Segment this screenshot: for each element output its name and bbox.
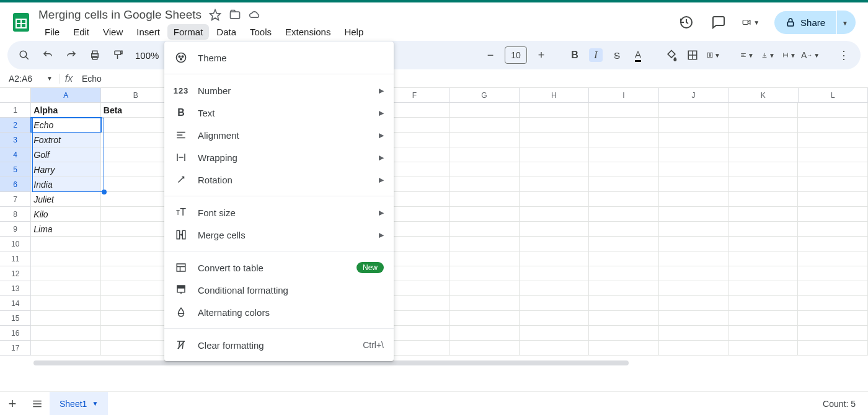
cell[interactable] bbox=[589, 222, 658, 237]
cell[interactable] bbox=[31, 281, 100, 296]
cell[interactable] bbox=[520, 147, 589, 162]
row-header[interactable]: 6 bbox=[0, 177, 31, 192]
row-header[interactable]: 16 bbox=[0, 326, 31, 341]
cell[interactable] bbox=[101, 296, 170, 311]
cell[interactable] bbox=[520, 311, 589, 326]
column-header[interactable]: H bbox=[520, 88, 589, 103]
cell[interactable]: Echo bbox=[31, 118, 100, 133]
cell[interactable] bbox=[450, 237, 519, 251]
format-menu-alignment[interactable]: Alignment▶ bbox=[164, 124, 394, 146]
sheets-logo[interactable] bbox=[9, 10, 33, 35]
cell[interactable] bbox=[450, 162, 519, 177]
cell[interactable] bbox=[31, 251, 100, 266]
cell[interactable] bbox=[728, 251, 798, 266]
cell[interactable] bbox=[520, 162, 589, 177]
selection-handle[interactable] bbox=[102, 190, 107, 194]
format-menu-rotation[interactable]: Rotation▶ bbox=[164, 168, 394, 191]
cell[interactable] bbox=[659, 103, 728, 118]
cell[interactable] bbox=[31, 266, 100, 281]
cell[interactable] bbox=[728, 281, 798, 296]
format-menu-clear-formatting[interactable]: Clear formattingCtrl+\ bbox=[164, 334, 394, 356]
cell[interactable] bbox=[659, 237, 728, 251]
cell[interactable] bbox=[659, 207, 728, 222]
search-menus-icon[interactable] bbox=[17, 48, 31, 62]
cell[interactable] bbox=[31, 237, 100, 251]
more-toolbar-icon[interactable]: ⋮ bbox=[837, 48, 851, 62]
cell[interactable] bbox=[659, 147, 728, 162]
cell[interactable] bbox=[589, 103, 658, 118]
cell[interactable] bbox=[520, 177, 589, 192]
menu-edit[interactable]: Edit bbox=[67, 24, 95, 40]
cell[interactable] bbox=[450, 118, 519, 133]
cell[interactable] bbox=[728, 147, 798, 162]
cell[interactable] bbox=[450, 222, 519, 237]
row-header[interactable]: 17 bbox=[0, 341, 31, 356]
cell[interactable] bbox=[728, 192, 798, 207]
strikethrough-button[interactable]: S bbox=[610, 48, 624, 62]
cell[interactable] bbox=[728, 311, 798, 326]
row-header[interactable]: 10 bbox=[0, 237, 31, 251]
horizontal-align-button[interactable]: ▼ bbox=[740, 48, 754, 62]
text-wrap-button[interactable]: ▼ bbox=[782, 48, 796, 62]
cell[interactable]: Kilo bbox=[31, 207, 100, 222]
cell[interactable] bbox=[728, 266, 798, 281]
cell[interactable] bbox=[798, 118, 867, 133]
cell[interactable] bbox=[31, 341, 100, 356]
text-rotation-button[interactable]: A→▼ bbox=[804, 48, 817, 62]
cell[interactable] bbox=[101, 207, 170, 222]
cell[interactable] bbox=[659, 341, 728, 356]
column-header[interactable]: A bbox=[31, 88, 100, 103]
cell[interactable] bbox=[101, 311, 170, 326]
format-menu-theme[interactable]: Theme bbox=[164, 46, 394, 69]
cell[interactable] bbox=[659, 326, 728, 341]
fill-color-button[interactable] bbox=[665, 48, 678, 62]
cell[interactable] bbox=[728, 177, 798, 192]
paint-format-icon[interactable] bbox=[112, 48, 125, 62]
row-header[interactable]: 13 bbox=[0, 281, 31, 296]
cell[interactable] bbox=[520, 281, 589, 296]
cell[interactable] bbox=[101, 118, 170, 133]
cell[interactable] bbox=[589, 266, 658, 281]
cell[interactable] bbox=[31, 326, 100, 341]
cell[interactable]: Juliet bbox=[31, 192, 100, 207]
cell[interactable] bbox=[450, 266, 519, 281]
menu-help[interactable]: Help bbox=[338, 24, 370, 40]
cell[interactable] bbox=[728, 133, 798, 147]
cell[interactable] bbox=[101, 133, 170, 147]
cell[interactable] bbox=[31, 311, 100, 326]
name-box[interactable]: A2:A6 ▼ bbox=[0, 74, 60, 84]
cell[interactable] bbox=[520, 133, 589, 147]
cell[interactable] bbox=[659, 266, 728, 281]
sheet-tab[interactable]: Sheet1 ▼ bbox=[50, 392, 108, 416]
column-header[interactable]: B bbox=[101, 88, 170, 103]
cell[interactable] bbox=[589, 192, 658, 207]
cell[interactable] bbox=[659, 133, 728, 147]
italic-button[interactable]: I bbox=[589, 48, 603, 62]
select-all-corner[interactable] bbox=[0, 88, 31, 103]
merge-cells-button[interactable]: ▼ bbox=[707, 48, 720, 62]
cell[interactable] bbox=[798, 341, 867, 356]
decrease-font-icon[interactable]: − bbox=[484, 48, 497, 62]
row-header[interactable]: 8 bbox=[0, 207, 31, 222]
cell[interactable] bbox=[450, 341, 519, 356]
cell[interactable] bbox=[520, 207, 589, 222]
print-icon[interactable] bbox=[88, 48, 102, 62]
cell[interactable] bbox=[798, 133, 867, 147]
cell[interactable] bbox=[450, 281, 519, 296]
row-header[interactable]: 3 bbox=[0, 133, 31, 147]
cell[interactable] bbox=[798, 237, 867, 251]
cell[interactable] bbox=[728, 326, 798, 341]
cell[interactable] bbox=[728, 103, 798, 118]
cell[interactable] bbox=[520, 192, 589, 207]
cell[interactable] bbox=[728, 341, 798, 356]
cell[interactable] bbox=[798, 266, 867, 281]
cell[interactable] bbox=[659, 296, 728, 311]
cell[interactable] bbox=[798, 177, 867, 192]
cell[interactable] bbox=[101, 237, 170, 251]
all-sheets-button[interactable] bbox=[25, 392, 50, 416]
row-header[interactable]: 5 bbox=[0, 162, 31, 177]
cell[interactable] bbox=[101, 266, 170, 281]
row-header[interactable]: 12 bbox=[0, 266, 31, 281]
cell[interactable] bbox=[659, 162, 728, 177]
cell[interactable] bbox=[659, 311, 728, 326]
